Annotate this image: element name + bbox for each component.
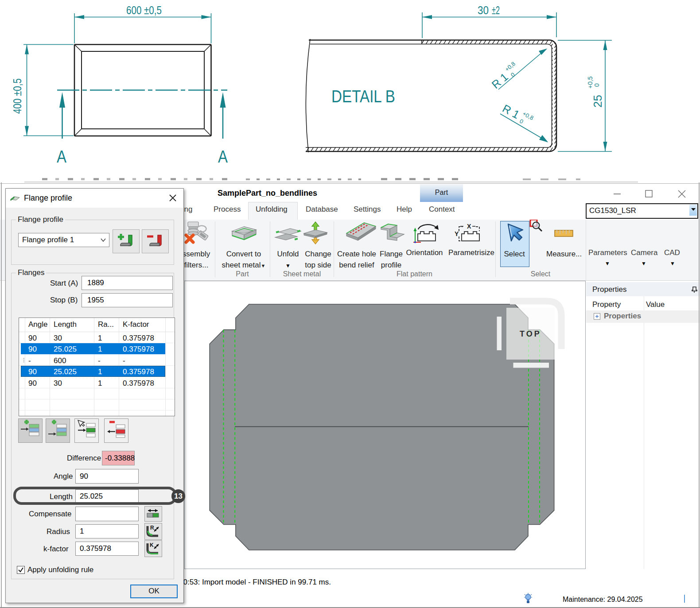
- svg-text:A: A: [57, 147, 67, 166]
- svg-text:A: A: [218, 147, 228, 166]
- svg-text:Y: Y: [455, 230, 459, 237]
- svg-text:K: K: [150, 542, 154, 548]
- svg-text:+0,5: +0,5: [587, 76, 594, 89]
- svg-text:25: 25: [591, 95, 604, 108]
- svg-text:0: 0: [593, 83, 600, 87]
- svg-text:X: X: [467, 223, 471, 230]
- svg-text:TOP: TOP: [520, 329, 541, 338]
- svg-text:DETAIL B: DETAIL B: [331, 87, 395, 106]
- svg-text:30: 30: [478, 4, 489, 16]
- svg-text:0: 0: [509, 71, 516, 78]
- svg-text:400 ±0,5: 400 ±0,5: [11, 78, 23, 114]
- svg-text:R 1: R 1: [501, 102, 521, 121]
- svg-text:R 1: R 1: [489, 70, 510, 91]
- svg-text:R: R: [150, 525, 154, 531]
- svg-text:0: 0: [518, 118, 524, 125]
- svg-text:600 ±0,5: 600 ±0,5: [126, 4, 162, 16]
- svg-text:+0,8: +0,8: [504, 60, 517, 73]
- svg-text:±2: ±2: [492, 4, 500, 16]
